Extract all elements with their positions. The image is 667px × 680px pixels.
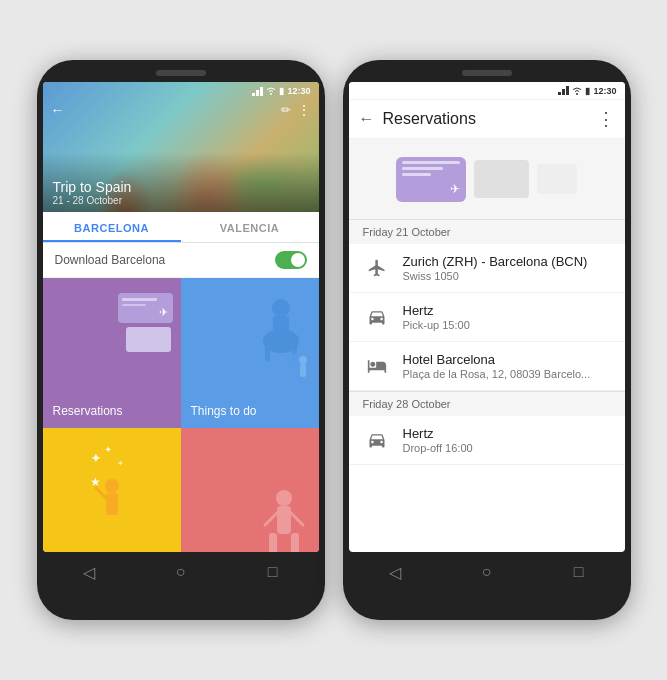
svg-marker-26 [562, 89, 565, 95]
tab-barcelona[interactable]: BARCELONA [43, 212, 181, 242]
download-label: Download Barcelona [55, 253, 166, 267]
right-battery-icon: ▮ [585, 86, 590, 96]
svg-text:✦: ✦ [90, 450, 102, 466]
flight-content: Zurich (ZRH) - Barcelona (BCN) Swiss 105… [403, 254, 611, 282]
car-dropoff-icon [363, 426, 391, 454]
svg-rect-20 [277, 506, 291, 534]
reservations-page-title: Reservations [383, 110, 476, 128]
left-header-nav: ← ✏ ⋮ [43, 102, 319, 118]
left-time: 12:30 [287, 86, 310, 96]
right-phone: ▮ 12:30 ← Reservations ⋮ [343, 60, 631, 620]
ticket-card-secondary [474, 160, 529, 198]
hotel-content: Hotel Barcelona Plaça de la Rosa, 12, 08… [403, 352, 611, 380]
car-dropoff-title: Hertz [403, 426, 611, 441]
left-back-icon[interactable]: ← [51, 102, 65, 118]
flight-title: Zurich (ZRH) - Barcelona (BCN) [403, 254, 611, 269]
right-time: 12:30 [593, 86, 616, 96]
download-toggle[interactable] [275, 251, 307, 269]
scene: ▮ 12:30 ← ✏ ⋮ Trip to Spain 21 - 28 Octo… [37, 60, 631, 620]
wifi-icon [266, 87, 276, 95]
svg-marker-1 [256, 90, 259, 96]
car-pickup-icon [363, 303, 391, 331]
download-bar: Download Barcelona [43, 243, 319, 278]
svg-marker-27 [566, 86, 569, 95]
right-screen: ▮ 12:30 ← Reservations ⋮ [349, 82, 625, 552]
ticket-illustration: ✈ [118, 293, 173, 352]
grid-cell-reservations[interactable]: ✈ Reservations [43, 278, 181, 428]
right-more-icon[interactable]: ⋮ [597, 108, 615, 130]
right-recents-nav[interactable]: □ [559, 560, 599, 584]
reservation-flight[interactable]: Zurich (ZRH) - Barcelona (BCN) Swiss 105… [349, 244, 625, 293]
right-nav-bar: ◁ ○ □ [349, 552, 625, 586]
right-speaker [462, 70, 512, 76]
left-battery-icon: ▮ [279, 86, 284, 96]
svg-rect-22 [291, 533, 299, 552]
signal-icon [252, 87, 263, 96]
left-header: ▮ 12:30 ← ✏ ⋮ Trip to Spain 21 - 28 Octo… [43, 82, 319, 212]
ticket-card-tertiary [537, 164, 577, 194]
car-dropoff-content: Hertz Drop-off 16:00 [403, 426, 611, 454]
ticket-hero: ✈ [396, 157, 577, 202]
svg-marker-0 [252, 93, 255, 96]
grid-cell-things[interactable]: Things to do [181, 278, 319, 428]
ticket-lines [402, 161, 460, 176]
right-back-icon[interactable]: ← [359, 110, 375, 128]
left-back-nav[interactable]: ◁ [69, 560, 109, 584]
svg-text:✦: ✦ [104, 444, 112, 455]
toggle-knob [291, 253, 305, 267]
left-speaker [156, 70, 206, 76]
ticket-card-main: ✈ [396, 157, 466, 202]
right-status-bar: ▮ 12:30 [349, 82, 625, 100]
things-label: Things to do [191, 404, 257, 418]
svg-rect-21 [269, 533, 277, 552]
reservation-hotel[interactable]: Hotel Barcelona Plaça de la Rosa, 12, 08… [349, 342, 625, 391]
trip-subtitle: 21 - 28 October [53, 195, 309, 206]
flight-icon [363, 254, 391, 282]
left-recents-nav[interactable]: □ [253, 560, 293, 584]
right-wifi-icon [572, 87, 582, 95]
grid-cell-pink[interactable] [181, 428, 319, 552]
car-pickup-content: Hertz Pick-up 15:00 [403, 303, 611, 331]
flight-subtitle: Swiss 1050 [403, 270, 611, 282]
left-header-content: Trip to Spain 21 - 28 October [43, 173, 319, 212]
hotel-title: Hotel Barcelona [403, 352, 611, 367]
grid-cell-yellow[interactable]: ✦ ✦ ✦ ★ [43, 428, 181, 552]
car-pickup-title: Hertz [403, 303, 611, 318]
right-signal-icon [558, 86, 569, 95]
left-phone: ▮ 12:30 ← ✏ ⋮ Trip to Spain 21 - 28 Octo… [37, 60, 325, 620]
car-dropoff-subtitle: Drop-off 16:00 [403, 442, 611, 454]
things-illustration [251, 286, 311, 386]
svg-line-17 [96, 488, 106, 498]
left-status-icons: ▮ 12:30 [252, 86, 310, 96]
svg-text:★: ★ [90, 475, 101, 489]
right-back-nav[interactable]: ◁ [375, 560, 415, 584]
right-status-icons: ▮ 12:30 [558, 86, 616, 96]
ticket-plane-icon: ✈ [450, 182, 460, 196]
left-screen: ▮ 12:30 ← ✏ ⋮ Trip to Spain 21 - 28 Octo… [43, 82, 319, 552]
tabs-bar: BARCELONA VALENCIA [43, 212, 319, 243]
right-home-nav[interactable]: ○ [467, 560, 507, 584]
left-home-nav[interactable]: ○ [161, 560, 201, 584]
svg-rect-4 [273, 316, 289, 346]
hero-image: ✈ [349, 139, 625, 219]
content-grid: ✈ Reservations [43, 278, 319, 552]
left-edit-icon[interactable]: ✏ [281, 103, 291, 117]
reservation-car-pickup[interactable]: Hertz Pick-up 15:00 [349, 293, 625, 342]
section-friday-21: Friday 21 October [349, 219, 625, 244]
tab-valencia[interactable]: VALENCIA [181, 212, 319, 242]
svg-rect-16 [106, 493, 118, 515]
svg-text:✦: ✦ [117, 459, 124, 468]
pink-illustration [259, 483, 309, 552]
svg-point-5 [272, 299, 290, 317]
svg-marker-25 [558, 92, 561, 95]
reservation-car-dropoff[interactable]: Hertz Drop-off 16:00 [349, 416, 625, 465]
svg-rect-9 [293, 363, 299, 378]
right-app-header: ← Reservations ⋮ [349, 100, 625, 139]
left-more-icon[interactable]: ⋮ [297, 102, 311, 118]
left-nav-bar: ◁ ○ □ [43, 552, 319, 586]
svg-line-24 [291, 513, 303, 525]
svg-line-23 [265, 513, 277, 525]
svg-rect-6 [265, 341, 270, 361]
car-pickup-subtitle: Pick-up 15:00 [403, 319, 611, 331]
hotel-icon [363, 352, 391, 380]
